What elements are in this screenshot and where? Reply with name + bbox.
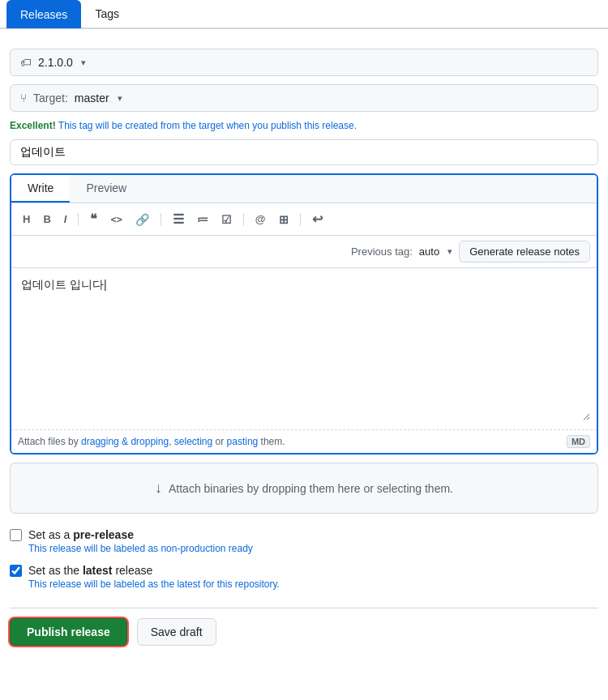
toolbar-bold[interactable]: B [38,210,55,228]
editor-toolbar: H B I ❝ <> 🔗 ☰ ≔ ☑ @ ⊞ ↩ [11,203,597,236]
toolbar-link[interactable]: 🔗 [131,210,154,229]
toolbar-heading[interactable]: H [18,210,35,228]
toolbar-divider-2 [161,213,161,226]
latest-release-checkbox[interactable] [10,565,22,577]
latest-release-label-row: Set as the latest release [10,564,598,577]
prev-tag-label: Previous tag: [351,245,413,258]
tab-releases[interactable]: Releases [6,0,81,28]
toolbar-task-list[interactable]: ☑ [216,210,237,229]
latest-release-row: Set as the latest release This release w… [10,564,598,590]
tab-preview[interactable]: Preview [70,175,143,203]
attach-binaries-text: Attach binaries by dropping them here or… [169,482,453,495]
publish-release-button[interactable]: Publish release [10,618,127,646]
pre-release-label: Set as a pre-release [28,528,134,541]
target-label: Target: [33,92,68,105]
main-content: 🏷 2.1.0.0 ▾ ⑂ Target: master ▾ Excellent… [0,36,608,668]
save-draft-button[interactable]: Save draft [137,618,216,646]
tab-write[interactable]: Write [11,175,70,203]
prev-tag-value: auto [419,245,439,258]
latest-release-bold: latest [83,564,113,577]
down-arrow-icon: ↓ [155,480,162,497]
action-bar: Publish release Save draft [10,608,598,655]
target-icon: ⑂ [20,92,27,105]
pre-release-row: Set as a pre-release This release will b… [10,528,598,554]
tab-tags[interactable]: Tags [81,0,133,28]
title-input[interactable] [10,139,598,165]
editor-container: Write Preview H B I ❝ <> 🔗 ☰ ≔ ☑ @ ⊞ ↩ P… [10,173,598,455]
target-field-row[interactable]: ⑂ Target: master ▾ [10,84,598,112]
target-dropdown-arrow: ▾ [118,93,122,104]
toolbar-divider-4 [300,213,301,226]
toolbar-divider-1 [78,213,79,226]
tag-field-row[interactable]: 🏷 2.1.0.0 ▾ [10,49,598,76]
toolbar-mention[interactable]: @ [250,210,271,228]
attach-footer: Attach files by dragging & dropping, sel… [11,429,597,453]
toolbar-quote[interactable]: ❝ [85,208,102,230]
toolbar-divider-3 [243,213,244,226]
markdown-badge: MD [567,435,590,448]
checkbox-section: Set as a pre-release This release will b… [10,522,598,596]
tag-icon: 🏷 [20,56,32,69]
pre-release-desc: This release will be labeled as non-prod… [28,543,598,554]
pre-release-checkbox[interactable] [10,529,22,541]
attach-paste-link[interactable]: pasting [227,436,259,447]
target-branch: master [75,92,109,105]
editor-tabs: Write Preview [11,175,597,203]
tabs-bar: Releases Tags [0,0,608,28]
toolbar-bullet-list[interactable]: ☰ [168,208,189,230]
toolbar-ref[interactable]: ⊞ [274,210,293,229]
info-text: This tag will be created from the target… [58,120,357,131]
generate-release-notes-button[interactable]: Generate release notes [459,241,590,262]
info-prefix: Excellent! [10,120,56,131]
toolbar-numbered-list[interactable]: ≔ [192,210,213,229]
latest-release-desc: This release will be labeled as the late… [28,578,598,590]
attach-drag-link[interactable]: dragging & dropping [81,436,169,447]
attach-text: Attach files by dragging & dropping, sel… [18,436,285,447]
latest-release-label: Set as the latest release [28,564,152,577]
attach-select-link[interactable]: selecting [174,436,212,447]
generate-row: Previous tag: auto ▾ Generate release no… [11,236,597,268]
toolbar-code[interactable]: <> [105,211,126,228]
tag-version: 2.1.0.0 [38,56,73,69]
pre-release-bold: pre-release [73,528,134,541]
editor-body: 업데이트 입니다| [11,268,597,429]
tag-dropdown-arrow: ▾ [81,58,86,68]
toolbar-undo[interactable]: ↩ [307,208,328,230]
pre-release-label-row: Set as a pre-release [10,528,598,541]
toolbar-italic[interactable]: I [59,210,72,228]
attach-binaries[interactable]: ↓ Attach binaries by dropping them here … [10,463,598,514]
editor-textarea[interactable]: 업데이트 입니다| [18,275,590,420]
info-message: Excellent! This tag will be created from… [10,120,598,131]
prev-tag-dropdown-icon[interactable]: ▾ [447,246,452,257]
